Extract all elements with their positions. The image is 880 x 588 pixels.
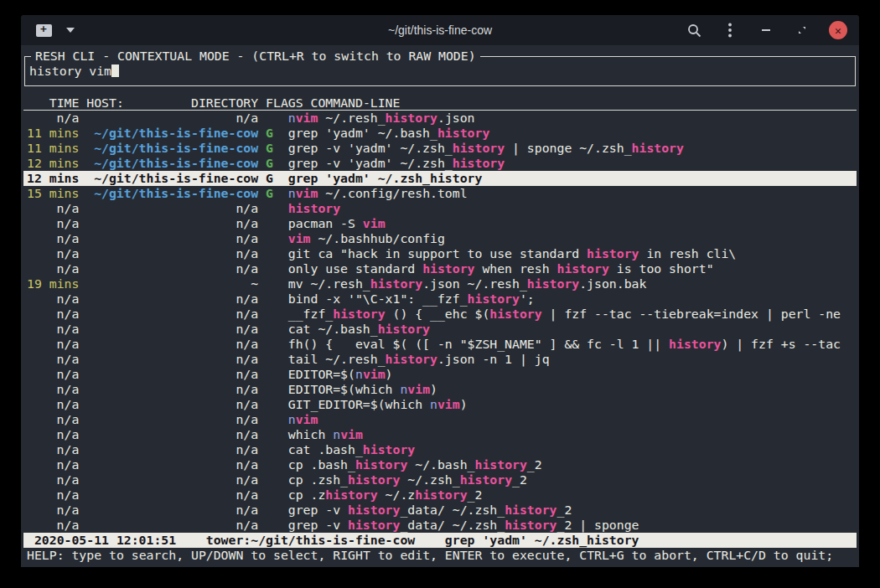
match-text: history xyxy=(669,337,721,351)
command-text: n xyxy=(288,111,296,125)
row-time: n/a xyxy=(27,201,79,216)
status-timestamp: 2020-05-11 12:01:51 xyxy=(27,533,176,547)
match-text: history xyxy=(437,126,489,140)
row-command: history xyxy=(288,201,340,215)
history-row[interactable]: 11 mins ~/git/this-is-fine-cow G grep -v… xyxy=(23,141,857,156)
match-text: history xyxy=(348,503,400,517)
row-directory: n/a xyxy=(86,291,258,307)
history-row[interactable]: 12 mins ~/git/this-is-fine-cow G grep -v… xyxy=(23,156,857,171)
row-directory: n/a xyxy=(86,201,258,216)
match-text: history xyxy=(288,201,340,215)
row-command: mv ~/.resh_history.json ~/.resh_history.… xyxy=(288,276,647,291)
history-row[interactable]: n/a n/a nvim xyxy=(23,412,857,427)
gap xyxy=(79,156,86,171)
table-header: TIME HOST: DIRECTORY FLAGS COMMAND-LINE xyxy=(23,95,857,111)
match-text: history xyxy=(378,322,430,336)
history-row[interactable]: 15 mins ~/git/this-is-fine-cow G nvim ~/… xyxy=(23,186,857,201)
gap xyxy=(273,412,288,427)
gap xyxy=(258,457,266,472)
row-time: 15 mins xyxy=(27,186,79,201)
history-row[interactable]: 19 mins ~ mv ~/.resh_history.json ~/.res… xyxy=(23,276,857,291)
search-button[interactable] xyxy=(685,21,703,39)
command-text: '; xyxy=(520,291,535,306)
chevron-down-icon xyxy=(66,28,75,33)
history-row-selected[interactable]: 12 mins ~/git/this-is-fine-cow G grep 'y… xyxy=(23,171,857,186)
history-row[interactable]: n/a n/a cp .zhistory ~/.zhistory_2 xyxy=(23,487,857,503)
match-text: vim xyxy=(296,412,318,426)
history-row[interactable]: n/a n/a which nvim xyxy=(23,427,857,442)
history-row[interactable]: n/a n/a git ca "hack in support to use s… xyxy=(23,246,857,261)
command-text: ~/.zsh_ xyxy=(400,472,459,487)
gap xyxy=(273,442,288,457)
command-text: ) | fzf +s --tac xyxy=(721,337,841,351)
history-row[interactable]: n/a n/a cat .bash_history xyxy=(23,442,857,457)
history-row[interactable]: n/a n/a cp .bash_history ~/.bash_history… xyxy=(23,457,857,472)
row-command: grep 'yadm' ~/.zsh_history xyxy=(288,171,483,185)
command-text: .json xyxy=(437,111,475,125)
row-command: vim ~/.bashhub/config xyxy=(288,231,445,245)
restore-button[interactable] xyxy=(793,21,811,39)
history-row[interactable]: n/a n/a nvim ~/.resh_history.json xyxy=(23,111,857,126)
row-time: 11 mins xyxy=(27,126,79,141)
gap xyxy=(79,246,86,261)
new-tab-dropdown-button[interactable] xyxy=(61,21,80,39)
row-directory: n/a xyxy=(86,337,258,352)
match-text: history xyxy=(453,156,505,170)
history-row[interactable]: n/a n/a EDITOR=$(which nvim) xyxy=(23,382,857,397)
gap xyxy=(79,186,86,201)
row-directory: n/a xyxy=(86,442,258,457)
history-row[interactable]: n/a n/a cat ~/.bash_history xyxy=(23,322,857,337)
history-row[interactable]: n/a n/a GIT_EDITOR=$(which nvim) xyxy=(23,397,857,412)
menu-button[interactable] xyxy=(721,21,739,39)
match-text: history xyxy=(325,487,377,502)
row-time: 12 mins xyxy=(27,156,79,171)
gap xyxy=(79,216,86,231)
command-text: grep 'yadm' ~/.zsh_history xyxy=(288,171,483,185)
row-command: bind -x '"\C-x1": __fzf_history'; xyxy=(288,291,535,306)
match-text: history xyxy=(587,246,639,260)
history-row[interactable]: n/a n/a pacman -S vim xyxy=(23,216,857,231)
history-row[interactable]: n/a n/a vim ~/.bashhub/config xyxy=(23,231,857,246)
gap xyxy=(79,442,86,457)
history-row[interactable]: n/a n/a only use standard history when r… xyxy=(23,261,857,276)
gap xyxy=(273,111,288,126)
row-directory: ~/git/this-is-fine-cow xyxy=(86,156,258,171)
minimize-button[interactable] xyxy=(757,21,775,39)
row-flags: G xyxy=(266,141,273,156)
gap xyxy=(79,412,86,427)
row-directory: n/a xyxy=(86,412,258,427)
history-row[interactable]: n/a n/a grep -v history_data/ ~/.zsh_his… xyxy=(23,503,857,518)
close-button[interactable]: ✕ xyxy=(829,21,847,39)
row-directory: n/a xyxy=(86,518,258,533)
history-row[interactable]: n/a n/a EDITOR=$(nvim) xyxy=(23,367,857,382)
gap xyxy=(79,518,86,533)
row-flags: G xyxy=(266,156,273,171)
row-time: n/a xyxy=(27,367,79,382)
command-text: __fzf_ xyxy=(288,307,333,321)
command-text: .json.bak xyxy=(579,276,646,291)
gap xyxy=(79,337,86,352)
gap xyxy=(273,156,288,171)
row-time: n/a xyxy=(27,382,79,397)
gap xyxy=(273,186,288,201)
gap xyxy=(258,412,266,427)
new-tab-button[interactable] xyxy=(34,21,53,39)
history-row[interactable]: n/a n/a grep -v history_data/ ~/.zsh_his… xyxy=(23,518,857,533)
history-row[interactable]: n/a n/a bind -x '"\C-x1": __fzf_history'… xyxy=(23,291,857,307)
text-cursor xyxy=(111,64,119,77)
history-row[interactable]: n/a n/a tail ~/.resh_history.json -n 1 |… xyxy=(23,352,857,367)
row-directory: ~/git/this-is-fine-cow xyxy=(86,186,258,201)
gap xyxy=(79,201,86,216)
row-command: fh() { eval $( ([ -n "$ZSH_NAME" ] && fc… xyxy=(288,337,841,351)
row-time: n/a xyxy=(27,412,79,427)
history-row[interactable]: n/a n/a fh() { eval $( ([ -n "$ZSH_NAME"… xyxy=(23,337,857,352)
row-directory: n/a xyxy=(86,111,258,126)
command-text: ~/.bashhub/config xyxy=(311,231,445,245)
history-row[interactable]: n/a n/a __fzf_history () { __ehc $(histo… xyxy=(23,307,857,322)
command-text: | sponge ~/.zsh_ xyxy=(505,141,631,155)
row-directory: n/a xyxy=(86,382,258,397)
history-row[interactable]: n/a n/a history xyxy=(23,201,857,216)
history-row[interactable]: 11 mins ~/git/this-is-fine-cow G grep 'y… xyxy=(23,126,857,141)
history-row[interactable]: n/a n/a cp .zsh_history ~/.zsh_history_2 xyxy=(23,472,857,487)
command-text: _2 xyxy=(527,457,542,472)
